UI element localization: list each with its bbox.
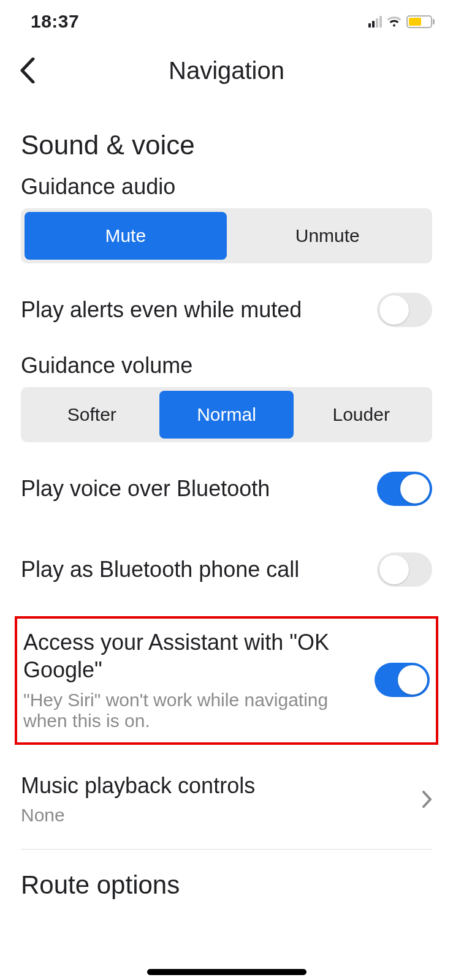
status-bar: 18:37 [0,0,453,37]
page-title: Navigation [169,57,284,85]
volume-normal[interactable]: Normal [159,391,294,439]
volume-softer[interactable]: Softer [25,391,159,439]
play-alerts-row: Play alerts even while muted [21,270,432,350]
bluetooth-voice-label: Play voice over Bluetooth [21,476,270,502]
bluetooth-call-toggle[interactable] [377,552,432,587]
guidance-volume-label: Guidance volume [21,353,432,379]
bluetooth-call-row: Play as Bluetooth phone call [21,529,432,610]
route-options-section-title: Route options [21,870,432,900]
assistant-row: Access your Assistant with "OK Google" "… [23,628,430,731]
cellular-signal-icon [368,15,382,28]
page-header: Navigation [0,37,453,104]
volume-louder[interactable]: Louder [294,391,428,439]
assistant-sublabel: "Hey Siri" won't work while navigating w… [23,690,364,731]
battery-icon [406,15,435,28]
bluetooth-voice-toggle[interactable] [377,472,432,506]
assistant-toggle[interactable] [375,663,430,697]
bluetooth-voice-row: Play voice over Bluetooth [21,448,432,529]
wifi-icon [387,15,402,28]
guidance-audio-mute[interactable]: Mute [25,212,227,260]
home-indicator[interactable] [147,969,306,975]
bluetooth-call-label: Play as Bluetooth phone call [21,557,299,582]
music-playback-row[interactable]: Music playback controls None [21,756,432,850]
play-alerts-toggle[interactable] [377,293,432,327]
sound-voice-section-title: Sound & voice [21,130,432,160]
guidance-audio-segmented: Mute Unmute [21,208,432,263]
play-alerts-label: Play alerts even while muted [21,297,302,323]
assistant-label: Access your Assistant with "OK Google" [23,628,364,684]
guidance-audio-unmute[interactable]: Unmute [227,212,429,260]
chevron-right-icon [422,791,432,808]
music-playback-value: None [21,805,410,826]
back-button[interactable] [12,55,43,86]
assistant-highlight-box: Access your Assistant with "OK Google" "… [15,616,438,745]
guidance-volume-segmented: Softer Normal Louder [21,387,432,442]
guidance-audio-label: Guidance audio [21,174,432,200]
status-time: 18:37 [31,11,79,32]
chevron-left-icon [20,58,36,83]
status-indicators [368,15,435,28]
settings-content: Sound & voice Guidance audio Mute Unmute… [0,130,453,900]
music-playback-label: Music playback controls [21,773,410,799]
